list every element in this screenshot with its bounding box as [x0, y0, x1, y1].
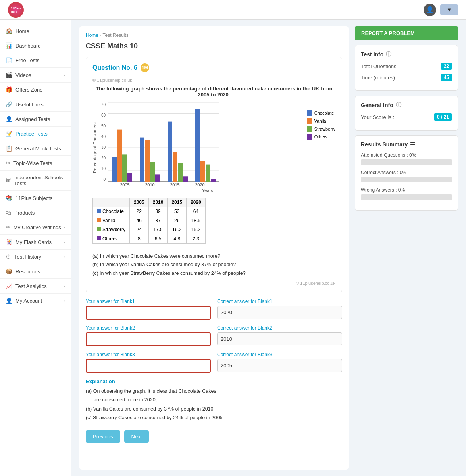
explanation-line-1: (a) On observing the graph, it is clear … [86, 387, 342, 396]
sidebar-item-products[interactable]: 🛍 Products [0, 205, 71, 220]
sidebar-item-offers[interactable]: 🎁 Offers Zone [0, 83, 71, 97]
your-score-badge: 0 / 21 [434, 113, 452, 121]
chart-legend: Chocolate Vanila Strawberry Others [307, 102, 335, 193]
account-icon: 👤 [6, 298, 12, 304]
results-icon: ☰ [410, 141, 415, 148]
sidebar-label-free-tests: Free Tests [15, 58, 39, 63]
sidebar-label-dashboard: Dashboard [15, 43, 41, 49]
sidebar-item-videos[interactable]: 🎬 Videos ‹ [0, 68, 71, 83]
sidebar-item-independent[interactable]: 🏛 Independent Schools Tests [0, 171, 71, 191]
correct-answer-label-3: Correct answer for Blank3 [217, 352, 342, 357]
sidebar-label-videos: Videos [15, 72, 31, 78]
flash-cards-icon: 🃏 [6, 239, 12, 245]
data-table: 2005 2010 2015 2020 Chocolate 22 39 [92, 198, 206, 244]
cell-van-2005: 46 [130, 216, 149, 225]
sidebar-item-home[interactable]: 🏠 Home [0, 24, 71, 38]
attempted-bar [361, 159, 452, 165]
legend-label-vanila: Vanila [314, 119, 326, 123]
svg-rect-16 [155, 174, 160, 182]
free-tests-icon: 📄 [6, 57, 12, 63]
legend-vanila: Vanila [307, 118, 335, 124]
offers-icon: 🎁 [6, 86, 12, 93]
user-menu-button[interactable]: ▼ [440, 4, 458, 15]
sidebar-item-assigned-tests[interactable]: 👤 Assigned Tests [0, 112, 71, 127]
next-button[interactable]: Next [124, 430, 149, 443]
sidebar-item-test-history[interactable]: ⏱ Test History ‹ [0, 250, 71, 264]
question-box: Question No. 6 1M © 11plusehelp.co.uk Th… [86, 57, 342, 292]
nav-buttons: Previous Next [86, 430, 342, 443]
legend-chocolate: Chocolate [307, 110, 335, 116]
dot-vanila [97, 218, 101, 222]
chevron-account-icon: ‹ [64, 298, 65, 303]
sidebar-label-flash-cards: My Flash Cards [15, 239, 52, 245]
11plus-subjects-icon: 📚 [6, 195, 12, 201]
legend-color-others [307, 134, 312, 140]
cell-van-2020: 18.5 [187, 216, 206, 225]
cell-oth-2010: 6.5 [148, 234, 168, 244]
results-summary-card: Results Summary ☰ Attempted Questions : … [355, 135, 458, 211]
total-questions-badge: 22 [441, 63, 452, 70]
your-answer-input-1[interactable] [86, 306, 211, 320]
test-title: CSSE Maths 10 [86, 42, 342, 50]
legend-label-chocolate: Chocolate [314, 111, 334, 115]
svg-rect-13 [140, 138, 144, 182]
general-info-title: General Info ⓘ [361, 102, 452, 109]
question-part-a: (a) In which year Chocolate Cakes were c… [92, 252, 335, 261]
sidebar-item-creative-writings[interactable]: ✏ My Creative Writings ‹ [0, 220, 71, 235]
answer-col-your-2: Your answer for Blank2 [86, 325, 211, 346]
sidebar-item-resources[interactable]: 📦 Resources [0, 264, 71, 279]
copyright-bottom: © 11plusehelp.co.uk [92, 281, 335, 286]
dot-others [97, 236, 101, 240]
right-panel: REPORT A PROBLEM Test Info ⓘ Total Quest… [355, 26, 458, 470]
report-problem-button[interactable]: REPORT A PROBLEM [355, 26, 458, 40]
cell-oth-2005: 8 [130, 234, 149, 244]
sidebar-item-flash-cards[interactable]: 🃏 My Flash Cards ‹ [0, 235, 71, 250]
cell-str-2015: 16.2 [168, 225, 187, 234]
sidebar-item-account[interactable]: 👤 My Account ‹ [0, 294, 71, 308]
sidebar-item-general-mock[interactable]: 📋 General Mock Tests [0, 141, 71, 156]
table-header-2020: 2020 [187, 198, 206, 207]
answer-row-1: Your answer for Blank1 Correct answer fo… [86, 299, 342, 320]
sidebar-item-test-analytics[interactable]: 📈 Test Analytics ‹ [0, 279, 71, 294]
breadcrumb-home-link[interactable]: Home [86, 33, 98, 38]
your-answer-input-3[interactable] [86, 359, 211, 373]
copyright-top: © 11plusehelp.co.uk [92, 78, 335, 83]
dashboard-icon: 📊 [6, 42, 12, 49]
general-info-card: General Info ⓘ Your Score is : 0 / 21 [355, 96, 458, 131]
sidebar-item-practice-tests[interactable]: 📝 Practice Tests [0, 127, 71, 141]
legend-label-others: Others [314, 134, 327, 139]
your-answer-label-2: Your answer for Blank2 [86, 325, 211, 331]
svg-rect-22 [200, 161, 205, 182]
useful-links-icon: 🔗 [6, 101, 12, 107]
svg-rect-18 [173, 152, 177, 182]
products-icon: 🛍 [6, 209, 11, 216]
sidebar-item-11plus-subjects[interactable]: 📚 11Plus Subjects [0, 191, 71, 205]
sidebar-label-independent: Independent Schools Tests [14, 175, 65, 186]
svg-rect-20 [183, 176, 188, 182]
sidebar-item-free-tests[interactable]: 📄 Free Tests [0, 53, 71, 68]
chevron-creative-icon: ‹ [64, 225, 65, 230]
time-row: Time (minutes): 45 [361, 74, 452, 81]
sidebar-label-home: Home [15, 28, 29, 34]
legend-label-strawberry: Strawberry [314, 127, 335, 131]
breadcrumb: Home › Test Results [86, 33, 342, 38]
previous-button[interactable]: Previous [86, 430, 120, 443]
chevron-flash-icon: ‹ [64, 240, 65, 244]
question-number: Question No. 6 [92, 64, 137, 71]
info-icon: ⓘ [386, 51, 391, 58]
total-questions-row: Total Questions: 22 [361, 63, 452, 70]
legend-others: Others [307, 134, 335, 140]
svg-rect-11 [122, 154, 127, 182]
test-history-icon: ⏱ [6, 253, 11, 260]
sidebar-item-useful-links[interactable]: 🔗 Useful Links [0, 97, 71, 112]
question-area: Home › Test Results CSSE Maths 10 Questi… [79, 26, 349, 470]
sidebar-item-topic-wise[interactable]: ✂ Topic-Wise Tests [0, 156, 71, 171]
sidebar-item-dashboard[interactable]: 📊 Dashboard [0, 38, 71, 53]
your-answer-input-2[interactable] [86, 332, 211, 346]
y-axis-label: Percentage of Consumers [92, 102, 97, 193]
answer-row-3: Your answer for Blank3 Correct answer fo… [86, 352, 342, 373]
wrong-bar [361, 194, 452, 200]
chevron-history-icon: ‹ [64, 254, 65, 259]
assigned-icon: 👤 [6, 116, 12, 122]
cell-choc-2010: 39 [148, 207, 168, 216]
